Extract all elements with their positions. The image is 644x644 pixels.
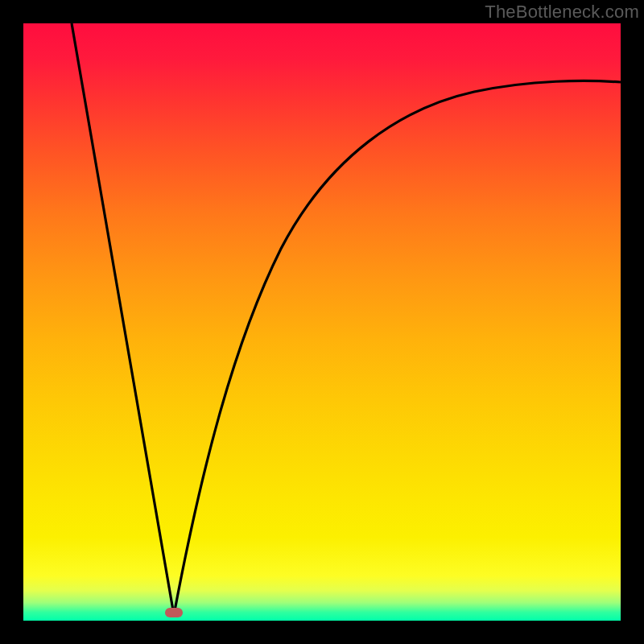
curve-left-branch [72,23,174,615]
chart-frame [23,23,621,621]
bottleneck-marker [165,608,183,617]
watermark-label: TheBottleneck.com [485,2,639,23]
curve-right-branch [174,80,621,615]
bottleneck-curve [23,23,621,621]
